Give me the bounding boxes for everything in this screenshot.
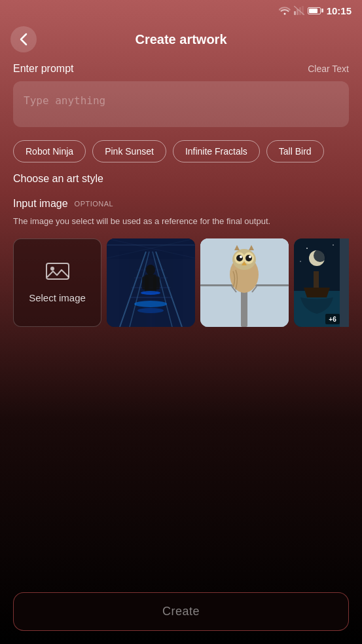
prompt-section: Enter prompt Clear Text — [0, 63, 362, 130]
create-button-container: Create — [13, 592, 349, 631]
create-button[interactable]: Create — [13, 592, 349, 631]
optional-badge: OPTIONAL — [75, 200, 114, 208]
header: Create artwork — [0, 21, 362, 63]
back-button[interactable] — [10, 26, 37, 52]
svg-point-18 — [146, 265, 155, 275]
svg-rect-0 — [294, 11, 296, 15]
partial-image-tile[interactable]: +6 — [294, 238, 349, 327]
input-image-section: Input image OPTIONAL The image you selec… — [0, 187, 362, 327]
svg-point-33 — [236, 255, 243, 261]
svg-point-51 — [314, 249, 327, 262]
owl-svg — [200, 238, 289, 327]
svg-point-6 — [50, 267, 54, 271]
escalator-svg — [107, 238, 195, 327]
svg-rect-21 — [153, 276, 160, 290]
svg-point-12 — [134, 301, 167, 307]
select-image-tile[interactable]: Select image — [13, 238, 101, 327]
svg-point-34 — [245, 255, 252, 261]
chip-robot-ninja[interactable]: Robot Ninja — [13, 140, 86, 162]
svg-point-36 — [249, 256, 251, 258]
clear-text-button[interactable]: Clear Text — [308, 64, 349, 74]
status-icons: 10:15 — [279, 5, 352, 16]
input-image-header: Input image OPTIONAL — [13, 198, 349, 210]
battery-icon — [308, 7, 323, 14]
svg-rect-5 — [46, 263, 69, 279]
page-title: Create artwork — [37, 32, 325, 47]
status-bar: 10:15 — [0, 0, 362, 21]
svg-point-43 — [306, 248, 308, 249]
svg-point-46 — [333, 244, 334, 246]
prompt-input[interactable] — [13, 81, 349, 127]
svg-text:+6: +6 — [329, 316, 336, 323]
input-image-description: The image you select will be used as a r… — [13, 215, 349, 228]
chip-pink-sunset[interactable]: Pink Sunset — [92, 140, 166, 162]
chip-infinite-fractals[interactable]: Infinite Fractals — [173, 140, 260, 162]
status-time: 10:15 — [327, 5, 352, 16]
partial-svg: +6 — [294, 238, 340, 327]
svg-point-35 — [240, 256, 242, 258]
svg-marker-48 — [304, 288, 330, 297]
wifi-icon — [279, 6, 291, 15]
style-chips: Robot Ninja Pink Sunset Infinite Fractal… — [0, 130, 362, 173]
art-style-label: Choose an art style — [0, 173, 362, 185]
escalator-image-tile[interactable] — [107, 238, 195, 327]
svg-point-13 — [137, 308, 164, 313]
image-grid: Select image — [13, 238, 349, 327]
select-image-label: Select image — [29, 292, 86, 303]
svg-rect-20 — [142, 276, 149, 290]
chip-tall-bird[interactable]: Tall Bird — [266, 140, 324, 162]
signal-icon — [294, 6, 304, 15]
svg-point-22 — [141, 291, 160, 295]
svg-rect-49 — [314, 271, 319, 288]
prompt-label: Enter prompt — [13, 63, 73, 75]
svg-point-45 — [300, 261, 301, 262]
prompt-header: Enter prompt Clear Text — [13, 63, 349, 75]
image-placeholder-icon — [46, 261, 69, 286]
owl-image-tile[interactable] — [200, 238, 289, 327]
input-image-title: Input image — [13, 198, 68, 210]
